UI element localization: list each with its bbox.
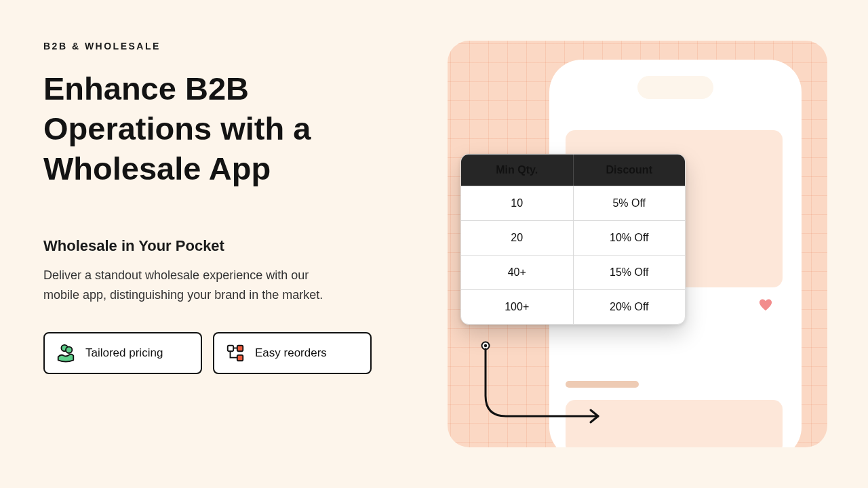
left-column: B2B & WHOLESALE Enhance B2B Operations w… xyxy=(43,41,396,374)
feature-chip-row: Tailored pricing Easy reorders xyxy=(43,332,396,374)
pricing-table-header: Min Qty. Discount xyxy=(461,155,685,186)
phone-text-placeholder xyxy=(566,381,639,388)
svg-rect-2 xyxy=(228,346,233,351)
svg-rect-3 xyxy=(237,355,243,361)
cell-qty: 20 xyxy=(461,220,574,255)
table-row: 100+ 20% Off xyxy=(461,289,685,324)
table-row: 10 5% Off xyxy=(461,186,685,220)
pricing-table: Min Qty. Discount 10 5% Off 20 10% Off 4… xyxy=(460,154,686,325)
svg-rect-4 xyxy=(237,346,243,351)
page: B2B & WHOLESALE Enhance B2B Operations w… xyxy=(0,0,868,488)
cell-discount: 15% Off xyxy=(574,255,686,289)
table-row: 20 10% Off xyxy=(461,220,685,255)
cell-qty: 10 xyxy=(461,186,574,220)
table-row: 40+ 15% Off xyxy=(461,255,685,289)
headline: Enhance B2B Operations with a Wholesale … xyxy=(43,69,396,188)
cell-qty: 40+ xyxy=(461,255,574,289)
body-copy: Deliver a standout wholesale experience … xyxy=(43,266,342,305)
cell-discount: 5% Off xyxy=(574,186,686,220)
svg-point-6 xyxy=(484,344,487,347)
pricing-icon xyxy=(56,343,76,363)
eyebrow-label: B2B & WHOLESALE xyxy=(43,41,396,52)
chip-easy-reorders[interactable]: Easy reorders xyxy=(213,332,372,374)
cell-discount: 20% Off xyxy=(574,289,686,324)
col-header-qty: Min Qty. xyxy=(461,155,574,186)
heart-icon xyxy=(758,298,773,312)
svg-point-1 xyxy=(66,346,72,352)
col-header-discount: Discount xyxy=(574,155,686,186)
phone-notch-pill xyxy=(637,76,713,99)
cell-qty: 100+ xyxy=(461,289,574,324)
reorder-icon xyxy=(225,343,245,363)
cell-discount: 10% Off xyxy=(574,220,686,255)
svg-point-5 xyxy=(482,342,490,350)
illustration-panel: Min Qty. Discount 10 5% Off 20 10% Off 4… xyxy=(448,41,827,447)
chip-tailored-pricing[interactable]: Tailored pricing xyxy=(43,332,202,374)
phone-card-placeholder xyxy=(566,400,783,447)
subheading: Wholesale in Your Pocket xyxy=(43,237,396,255)
chip-label: Tailored pricing xyxy=(85,346,163,360)
chip-label: Easy reorders xyxy=(255,346,327,360)
